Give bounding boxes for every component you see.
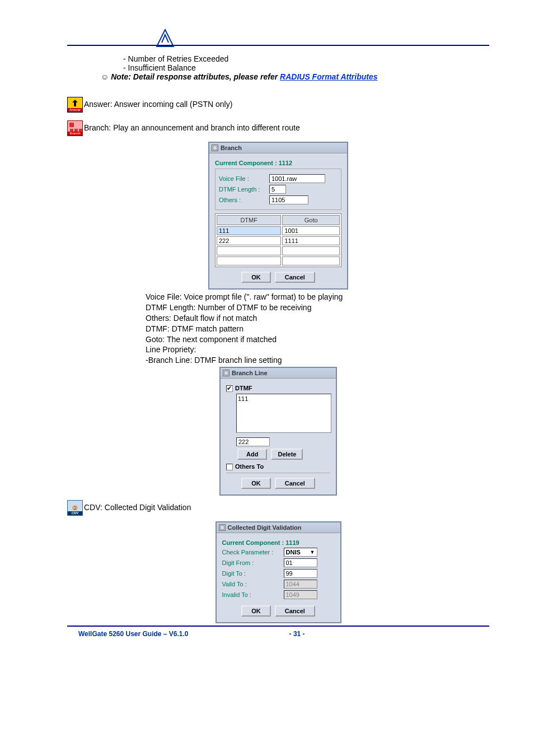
ok-button[interactable]: OK: [241, 272, 271, 283]
dtmf-checkbox[interactable]: [226, 385, 233, 392]
branch-text: Branch: Play an announcement and branch …: [84, 123, 300, 132]
branchline-dialog-title: Branch Line: [221, 368, 336, 379]
cdv-icon: ②CDV: [67, 500, 83, 516]
cancel-button[interactable]: Cancel: [275, 605, 315, 617]
cdv-dialog: Collected Digit Validation Current Compo…: [216, 521, 341, 623]
window-icon: [219, 524, 226, 531]
window-icon: [223, 370, 229, 376]
delete-button[interactable]: Delete: [271, 449, 303, 460]
add-button[interactable]: Add: [237, 449, 267, 460]
ok-button[interactable]: OK: [241, 478, 271, 489]
others-label: Others :: [219, 197, 269, 203]
answer-text: Answer: Answer incoming call (PSTN only): [84, 100, 232, 109]
othersto-checkbox[interactable]: [226, 464, 233, 470]
digit-to-input[interactable]: 99: [284, 569, 317, 578]
cdv-dialog-title: Collected Digit Validation: [217, 522, 340, 533]
cancel-button[interactable]: Cancel: [275, 272, 315, 283]
digit-from-label: Digit From :: [222, 559, 284, 566]
cancel-button[interactable]: Cancel: [275, 478, 315, 489]
branch-dialog-title: Branch: [209, 143, 347, 153]
dtmf-listbox[interactable]: 111: [236, 394, 331, 433]
branch-icon: Branch: [67, 120, 83, 136]
dtmf-add-input[interactable]: 222: [236, 437, 270, 446]
cdv-text: CDV: Collected Digit Validation: [84, 503, 191, 512]
branch-line-dialog: Branch Line DTMF 111 222 Add Delete Othe…: [219, 367, 337, 496]
col-goto: Goto: [282, 215, 340, 225]
voice-file-input[interactable]: 1001.raw: [269, 174, 325, 183]
dtmf-length-label: DTMF Length :: [219, 186, 269, 193]
branch-current-component: Current Component : 1112: [215, 160, 341, 166]
check-param-combo[interactable]: DNIS▼: [284, 548, 317, 557]
cdv-current-component: Current Component : 1119: [222, 539, 335, 546]
dtmf-check-label: DTMF: [235, 385, 252, 391]
branch-table: DTMFGoto 1111001 2221111: [215, 213, 341, 267]
window-icon: [212, 144, 218, 151]
digit-from-input[interactable]: 01: [284, 558, 317, 567]
vaild-to-input: 1044: [284, 580, 317, 589]
digit-to-label: Digit To :: [222, 570, 284, 577]
vaild-to-label: Vaild To :: [222, 581, 284, 587]
others-input[interactable]: 1105: [269, 195, 308, 204]
branch-description: Voice File: Voice prompt file (". raw" f…: [146, 292, 489, 366]
answer-icon: Answer: [67, 97, 83, 113]
othersto-label: Others To: [235, 463, 264, 470]
branch-dialog: Branch Current Component : 1112 Voice Fi…: [208, 142, 348, 290]
note-text: ☺ Note: Detail response attributes, plea…: [101, 72, 280, 81]
radius-format-link[interactable]: RADIUS Format Attributes: [280, 72, 378, 81]
company-logo: [154, 27, 176, 51]
voice-file-label: Voice File :: [219, 175, 269, 182]
bullet-balance: - Insufficient Balance: [123, 63, 489, 72]
invalid-to-input: 1049: [284, 590, 317, 599]
footer-page: - 31 -: [289, 630, 305, 638]
check-param-label: Check Parameter :: [222, 549, 284, 556]
col-dtmf: DTMF: [217, 215, 281, 225]
chevron-down-icon: ▼: [310, 549, 315, 555]
ok-button[interactable]: OK: [241, 605, 271, 617]
dtmf-length-input[interactable]: 5: [269, 185, 286, 194]
table-row[interactable]: 2221111: [217, 236, 340, 245]
footer-title: WellGate 5260 User Guide – V6.1.0: [78, 630, 189, 638]
invalid-to-label: Invalid To :: [222, 591, 284, 598]
table-row[interactable]: 1111001: [217, 226, 340, 235]
bullet-retries: - Number of Retries Exceeded: [123, 54, 489, 63]
